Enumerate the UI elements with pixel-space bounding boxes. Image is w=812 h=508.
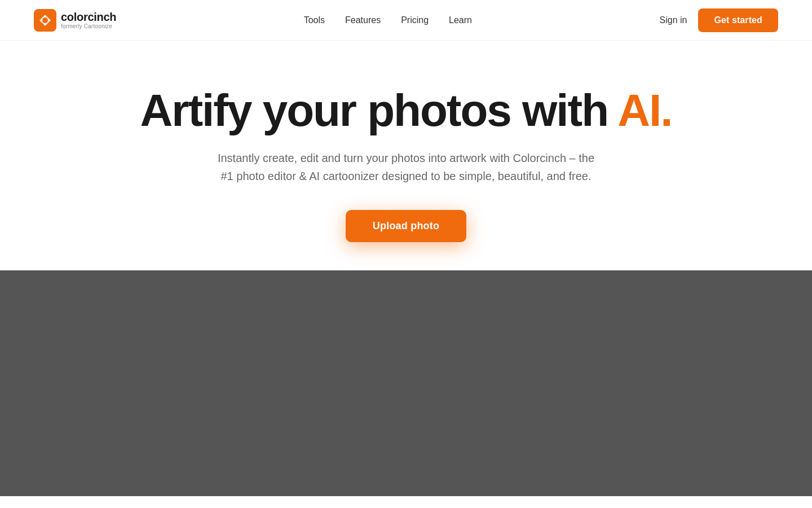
- nav-link-tools[interactable]: Tools: [304, 15, 325, 25]
- svg-point-1: [42, 17, 48, 23]
- nav-link-pricing[interactable]: Pricing: [401, 15, 429, 25]
- nav-link-learn[interactable]: Learn: [449, 15, 472, 25]
- nav-actions: Sign in Get started: [660, 8, 779, 32]
- headline-ai: AI.: [617, 85, 672, 135]
- get-started-button[interactable]: Get started: [698, 8, 778, 32]
- nav-item-pricing[interactable]: Pricing: [401, 15, 429, 25]
- logo-icon: [34, 9, 56, 32]
- nav-link-features[interactable]: Features: [345, 15, 381, 25]
- sign-in-link[interactable]: Sign in: [660, 15, 687, 25]
- logo-text: colorcinch formerly Cartoonize: [61, 11, 116, 29]
- logo-name: colorcinch: [61, 11, 116, 23]
- headline-text-part1: Artify your photos with: [140, 85, 618, 135]
- hero-subtext: Instantly create, edit and turn your pho…: [218, 149, 594, 185]
- hero-subtext-line1: Instantly create, edit and turn your pho…: [218, 152, 594, 164]
- nav-links: Tools Features Pricing Learn: [304, 15, 472, 25]
- upload-photo-button[interactable]: Upload photo: [346, 210, 466, 242]
- logo-subtitle: formerly Cartoonize: [61, 23, 116, 29]
- logo[interactable]: colorcinch formerly Cartoonize: [34, 9, 116, 32]
- nav-item-tools[interactable]: Tools: [304, 15, 325, 25]
- navbar: colorcinch formerly Cartoonize Tools Fea…: [0, 0, 812, 41]
- hero-subtext-line2: #1 photo editor & AI cartoonizer designe…: [220, 170, 591, 182]
- nav-item-features[interactable]: Features: [345, 15, 381, 25]
- demo-section: [0, 270, 812, 496]
- nav-item-learn[interactable]: Learn: [449, 15, 472, 25]
- hero-headline: Artify your photos with AI.: [140, 86, 672, 135]
- hero-section: Artify your photos with AI. Instantly cr…: [0, 41, 812, 270]
